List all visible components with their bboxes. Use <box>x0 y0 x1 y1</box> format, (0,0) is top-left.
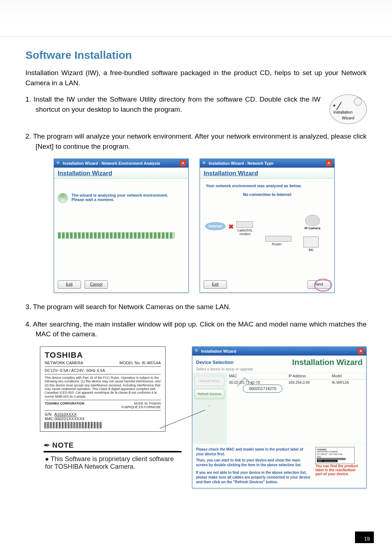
wand-icon <box>336 102 342 110</box>
router-icon <box>265 236 291 242</box>
section-title: Software Installation <box>25 49 367 61</box>
mac-callout: 0002D1714270 <box>243 385 282 393</box>
note-heading: ✒ NOTE <box>44 441 181 452</box>
hint-line-2: Then, you can start to link to your devi… <box>196 458 312 467</box>
dialog-title: Installation Wizard <box>201 349 236 353</box>
exit-button[interactable]: Exit <box>58 280 81 289</box>
dialog-title: Installation Wizard - Network Type <box>209 161 273 165</box>
manual-setup-button[interactable]: Manual Setup <box>195 376 224 386</box>
power-rating: DC12V⎓0.5A / AC24V∿60Hz 0.5A <box>45 368 161 373</box>
installation-wizard-header: Installation Wizard <box>200 168 334 178</box>
internet-cloud-icon: Internet <box>205 222 226 230</box>
close-icon[interactable]: × <box>358 348 364 354</box>
spinner-icon <box>58 193 68 203</box>
analyzing-line-2: Please wait a moment. <box>72 197 168 202</box>
device-selection-desc: Select a device to setup or upgrade <box>192 367 366 373</box>
feather-icon: ✒ <box>44 441 50 450</box>
chevron-down-icon[interactable]: ⌄ <box>195 402 224 408</box>
product-name: NETWORK CAMERA <box>45 361 83 365</box>
intro-paragraph: Installation Wizard (IW), a free-bundled… <box>25 68 367 88</box>
hint-line-3: If you are not able to find your device … <box>196 470 312 484</box>
step-1: 1. Install the IW under the Software Uti… <box>25 94 367 124</box>
no-connection-icon: ✖ <box>228 223 234 231</box>
cancel-button[interactable]: Cancel <box>85 280 108 289</box>
fcc-text: This device complies with Part 15 of the… <box>45 376 161 398</box>
col-ip[interactable]: IP Address <box>286 373 329 379</box>
device-selection-label: Device Selection <box>196 360 233 365</box>
hint-line-1: Please check the MAC and model name in t… <box>196 447 312 456</box>
no-internet-label: No connection to Internet <box>204 192 331 197</box>
search-icon: 🔍 <box>56 161 61 166</box>
page-number: 19 <box>360 532 374 543</box>
analyzing-line-1: The wizard is analyzing your network env… <box>72 193 168 197</box>
refresh-devices-button[interactable]: Refresh Devices <box>195 389 224 399</box>
pc-icon <box>303 237 319 247</box>
mini-hint-text: You can find the product label in the re… <box>315 464 363 476</box>
ip-camera-icon <box>305 215 320 226</box>
magnifier-icon <box>354 98 362 106</box>
analyzed-caption: Your network environment was analyzed as… <box>204 182 331 189</box>
search-icon: 🔍 <box>195 349 200 353</box>
installation-wizard-main-window: 🔍 Installation Wizard × Device Selection… <box>192 346 367 488</box>
installation-wizard-desktop-icon: ✦ Installation Wizard <box>330 94 367 124</box>
search-icon: 🔍 <box>202 161 207 166</box>
highlight-ring-icon <box>314 279 332 292</box>
col-mac[interactable]: MAC <box>227 373 286 379</box>
mac-address: 0002D1XXXXXX <box>55 416 85 421</box>
product-label-plate: TOSHIBA NETWORK CAMERA MODEL No. IK-WD14… <box>40 346 166 432</box>
progress-bar <box>58 232 175 239</box>
network-diagram: Internet ✖ Cable/DSL modem Router IP Cam… <box>204 200 331 262</box>
exit-button[interactable]: Exit <box>204 280 227 289</box>
mini-product-label: TOSHIBA NETWORK CAMERA DC INPUT ⎓12V 500… <box>315 447 355 464</box>
barcode-icon <box>45 422 103 428</box>
step-4: 4. After searching, the main installer w… <box>25 319 367 339</box>
dialog-title: Installation Wizard - Network Environmen… <box>63 161 160 165</box>
close-icon[interactable]: × <box>180 160 186 167</box>
step-3: 3. The program will search for Network C… <box>25 302 367 312</box>
col-model[interactable]: Model <box>330 373 366 379</box>
close-icon[interactable]: × <box>326 160 332 167</box>
serial-number: A1010XXXX <box>54 412 77 416</box>
dialog-network-type: 🔍 Installation Wizard - Network Type × I… <box>200 159 335 293</box>
corporation-name: TOSHIBA CORPORATION <box>45 402 84 409</box>
note-body: ● This Software is proprietary client so… <box>45 455 183 471</box>
installation-wizard-header: Installation Wizard <box>54 168 188 178</box>
model-number: IK-WD14A <box>142 361 161 365</box>
step-2: 2. The program will analyze your network… <box>25 131 367 151</box>
installation-wizard-header: Installation Wizard <box>292 358 363 367</box>
brand-logo: TOSHIBA <box>45 350 161 360</box>
modem-icon <box>236 221 253 228</box>
dialog-analyzing-environment: 🔍 Installation Wizard - Network Environm… <box>54 159 189 293</box>
